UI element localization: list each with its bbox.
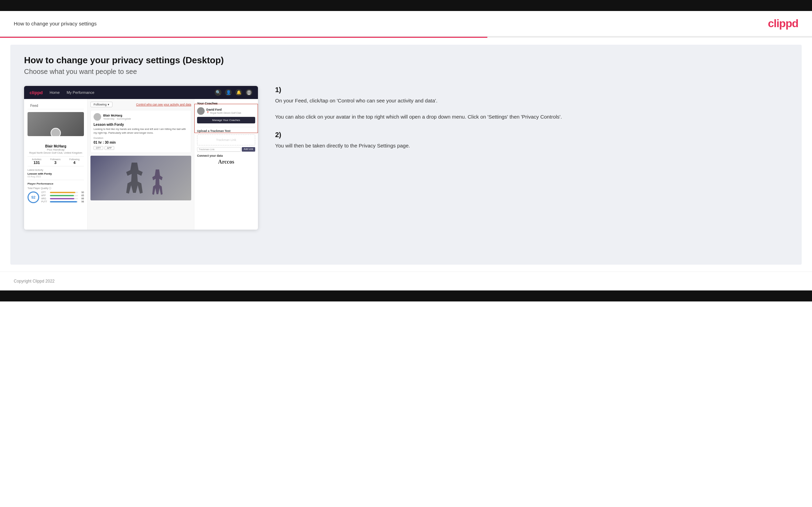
quality-row: 92 OTT 90 APP 85 (28, 191, 84, 203)
pin-icon: 📍 (206, 111, 209, 114)
stat-activities-label: Activities (32, 158, 42, 161)
stat-followers-label: Followers (50, 158, 61, 161)
header-title: How to change your privacy settings (14, 21, 97, 26)
copyright: Copyright Clippd 2022 (14, 279, 55, 284)
post-header: Blair McHarg Yesterday · Sunningdale (94, 113, 188, 121)
app-feed-center: Following ▾ Control who can see your act… (88, 99, 194, 230)
app-screenshot: clippd Home My Performance 🔍 👤 🔔 (24, 86, 258, 230)
content-row: clippd Home My Performance 🔍 👤 🔔 (24, 86, 788, 230)
feed-header: Following ▾ Control who can see your act… (90, 102, 191, 107)
post-user-info: Blair McHarg Yesterday · Sunningdale (103, 114, 131, 120)
search-icon: 🔍 (215, 89, 221, 96)
trackman-input[interactable]: Trackman Link (197, 147, 241, 152)
quality-label: Total Player Quality ⓘ (28, 187, 84, 190)
manage-coaches-button[interactable]: Manage Your Coaches (197, 117, 255, 123)
bottom-bar (0, 290, 812, 301)
stat-followers: Followers 3 (50, 158, 61, 165)
dropdown-icon: ▾ (108, 103, 109, 106)
post-title: Lesson with Fordy (94, 123, 188, 126)
bar-app: APP 85 (41, 194, 84, 197)
instruction-1: 1) On your Feed, click/tap on 'Control w… (275, 86, 788, 121)
instr-num-2: 2) (275, 131, 788, 139)
coach-club-text: Royal North Devon Golf Club (210, 112, 241, 114)
arccos-label: Arccos (197, 159, 255, 165)
quality-bars: OTT 90 APP 85 ARG (41, 191, 84, 203)
trackman-title: Upload a Trackman Test (197, 127, 255, 133)
tag-ott: OTT (94, 146, 103, 150)
bell-icon: 🔔 (235, 89, 242, 96)
app-nav-right: 🔍 👤 🔔 (215, 89, 252, 96)
trackman-placeholder-label: Trackman Link (199, 138, 253, 142)
top-bar (0, 0, 812, 11)
user-name: Blair McHarg (28, 144, 84, 148)
trackman-input-row: Trackman Link Add Link (197, 147, 255, 152)
app-sidebar: Feed Blair McHarg Plus Handicap Royal No… (24, 99, 88, 230)
profile-banner (28, 112, 84, 136)
bar-ott: OTT 90 (41, 191, 84, 194)
coach-item: David Ford 📍 Royal North Devon Golf Club (197, 107, 255, 115)
app-nav-performance: My Performance (67, 90, 95, 95)
instr-num-1: 1) (275, 86, 788, 94)
user-icon: 👤 (225, 89, 232, 96)
bar-putt: PUTT 96 (41, 200, 84, 203)
post-duration-label: Duration (94, 136, 188, 140)
app-nav-home: Home (50, 90, 59, 95)
stat-following-label: Following (69, 158, 80, 161)
stat-followers-val: 3 (50, 161, 61, 165)
privacy-link[interactable]: Control who can see your activity and da… (136, 103, 191, 106)
golfer2-silhouette (149, 169, 166, 200)
bar-arg: ARG 86 (41, 197, 84, 200)
page-subtitle: Choose what you want people to see (24, 68, 788, 76)
post-tags: OTT APP (94, 146, 188, 150)
logo: clippd (768, 17, 798, 30)
svg-point-1 (248, 91, 250, 93)
page-title: How to change your privacy settings (Des… (24, 55, 788, 66)
instr-text-2: You will then be taken directly to the P… (275, 142, 788, 150)
post-duration-val: 01 hr : 30 min (94, 141, 188, 144)
latest-val: Lesson with Fordy (28, 172, 84, 175)
feed-tab: Feed (28, 102, 84, 109)
header-accent (0, 37, 812, 38)
stat-following: Following 4 (69, 158, 80, 165)
quality-circle: 92 (28, 191, 39, 203)
coach-name: David Ford (206, 108, 241, 111)
app-logo: clippd (30, 90, 43, 95)
stat-activities: Activities 131 (32, 158, 42, 165)
footer: Copyright Clippd 2022 (0, 272, 812, 290)
coaches-title: Your Coaches (197, 102, 255, 105)
following-label: Following (94, 103, 107, 106)
profile-avatar (51, 128, 61, 136)
following-button[interactable]: Following ▾ (90, 102, 112, 107)
player-perf-title: Player Performance (28, 182, 84, 185)
app-right-panel: Your Coaches David Ford 📍 Royal North De… (194, 99, 258, 230)
instruction-2: 2) You will then be taken directly to th… (275, 131, 788, 150)
connect-title: Connect your data (197, 152, 255, 157)
add-link-button[interactable]: Add Link (242, 147, 255, 152)
tag-app: APP (105, 146, 114, 150)
avatar-icon[interactable] (246, 89, 252, 96)
post-image (90, 156, 191, 200)
trackman-box: Trackman Link (197, 134, 255, 145)
header: How to change your privacy settings clip… (0, 11, 812, 37)
instr-text-1: On your Feed, click/tap on 'Control who … (275, 97, 788, 121)
coach-info: David Ford 📍 Royal North Devon Golf Club (206, 108, 241, 114)
app-body: Feed Blair McHarg Plus Handicap Royal No… (24, 99, 258, 230)
coach-avatar (197, 107, 205, 115)
latest-label: Latest Activity (28, 168, 84, 172)
stat-following-val: 4 (69, 161, 80, 165)
user-subtitle: Plus Handicap (28, 148, 84, 151)
golfer-silhouette (121, 163, 148, 200)
post-user-name: Blair McHarg (103, 114, 131, 117)
post-avatar (94, 113, 101, 121)
latest-date: 03 Aug 2022 (28, 175, 84, 178)
post-body: Looking to feel like my hands are exitin… (94, 128, 188, 135)
user-club: Royal North Devon Golf Club, United King… (28, 151, 84, 154)
stats-row: Activities 131 Followers 3 Following 4 (28, 156, 84, 166)
player-performance: Player Performance Total Player Quality … (28, 180, 84, 203)
app-nav: clippd Home My Performance 🔍 👤 🔔 (24, 86, 258, 99)
instructions: 1) On your Feed, click/tap on 'Control w… (272, 86, 788, 160)
feed-post: Blair McHarg Yesterday · Sunningdale Les… (90, 110, 191, 153)
post-date: Yesterday · Sunningdale (103, 117, 131, 120)
stat-activities-val: 131 (32, 161, 42, 165)
coach-club: 📍 Royal North Devon Golf Club (206, 111, 241, 114)
